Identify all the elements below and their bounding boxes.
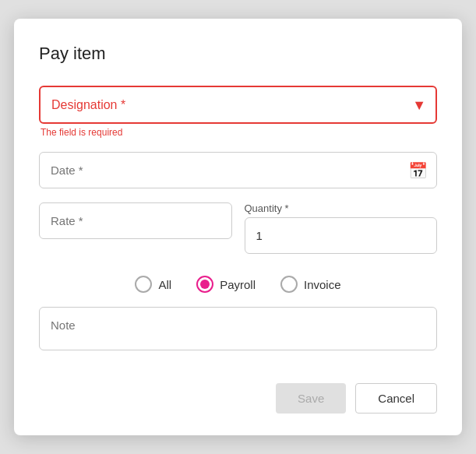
radio-invoice-label: Invoice [304,278,341,291]
rate-group [39,202,232,254]
radio-all[interactable]: All [135,276,171,293]
radio-all-circle [135,276,152,293]
quantity-group: Quantity * [245,202,438,254]
radio-invoice[interactable]: Invoice [280,276,341,293]
rate-input[interactable] [39,202,232,239]
cancel-button[interactable]: Cancel [355,383,437,414]
date-group: 📅 [39,152,437,188]
radio-group: All Payroll Invoice [39,276,437,293]
radio-payroll[interactable]: Payroll [196,276,256,293]
quantity-input[interactable] [245,217,438,254]
note-input[interactable] [39,307,437,350]
dialog-actions: Save Cancel [39,383,437,414]
date-input[interactable] [39,152,437,188]
designation-select-wrapper: Designation * ▼ [39,86,437,124]
pay-item-dialog: Pay item Designation * ▼ The field is re… [14,19,462,435]
radio-invoice-circle [280,276,298,293]
radio-payroll-label: Payroll [220,278,256,291]
radio-payroll-inner [200,280,210,289]
date-input-wrapper: 📅 [39,152,437,188]
radio-payroll-circle [196,276,213,293]
radio-all-label: All [158,278,171,291]
rate-quantity-row: Quantity * [39,202,437,254]
designation-group: Designation * ▼ The field is required [39,86,437,138]
designation-select[interactable]: Designation * [39,86,437,124]
quantity-label: Quantity * [245,202,438,214]
save-button[interactable]: Save [276,383,346,414]
designation-error: The field is required [41,127,437,138]
note-group [39,307,437,354]
dialog-title: Pay item [39,44,437,64]
